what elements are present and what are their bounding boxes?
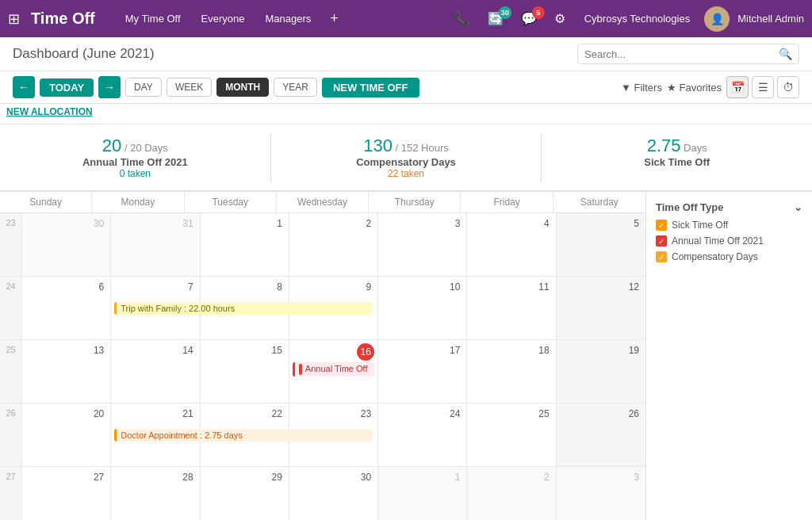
day-number: 30 <box>90 216 107 231</box>
activity-view-button[interactable]: ⏱ <box>777 76 799 98</box>
calendar-cell[interactable]: 31 <box>111 213 200 277</box>
day-number: 13 <box>90 343 107 358</box>
nav-everyone[interactable]: Everyone <box>195 13 251 25</box>
week-num-26: 26 <box>0 403 21 467</box>
new-time-off-button[interactable]: NEW TIME OFF <box>322 78 419 98</box>
collapse-icon[interactable]: ⌄ <box>794 201 802 213</box>
filters-button[interactable]: ▼ Filters <box>621 82 662 94</box>
day-number: 5 <box>630 216 642 231</box>
favorites-button[interactable]: ★ Favorites <box>667 82 722 94</box>
calendar-cell[interactable]: 2 <box>467 467 556 520</box>
calendar-cell[interactable]: 20 <box>22 403 111 467</box>
day-number: 6 <box>96 280 108 294</box>
stat-main-compensatory: 130 / 152 Hours <box>287 136 526 156</box>
event-bar[interactable]: Annual Time Off <box>293 362 374 377</box>
calendar-cell[interactable]: 5 <box>557 213 645 277</box>
calendar-cell[interactable]: 14 <box>111 340 200 403</box>
day-number: 4 <box>541 216 553 231</box>
company-name: Cybrosys Technologies <box>584 13 690 25</box>
view-month-button[interactable]: MONTH <box>216 78 269 97</box>
header-sun: Sunday <box>0 192 92 212</box>
list-view-button[interactable]: ☰ <box>752 76 774 98</box>
week-num-24: 24 <box>0 277 21 340</box>
calendar-view-button[interactable]: 📅 <box>726 76 749 98</box>
avatar[interactable]: 👤 <box>704 6 730 32</box>
time-off-type-section: Time Off Type ⌄ <box>656 201 802 213</box>
calendar-body: 23 24 25 26 27 28 30311234567Trip with F… <box>0 213 645 520</box>
calendar-cell[interactable]: 6 <box>22 277 111 340</box>
calendar-cell[interactable]: 17 <box>378 340 467 403</box>
legend-check-compensatory[interactable]: ✓ <box>656 251 667 262</box>
day-number: 3 <box>452 216 464 231</box>
calendar-cell[interactable]: 26 <box>557 403 645 467</box>
chat-badge: 5 <box>532 6 545 19</box>
next-button[interactable]: → <box>98 76 121 98</box>
prev-button[interactable]: ← <box>13 76 35 98</box>
day-number: 26 <box>626 407 642 421</box>
calendar-cell[interactable]: 1 <box>378 467 467 520</box>
calendar-cell[interactable]: 3 <box>378 213 467 277</box>
messages-badge: 30 <box>499 6 511 19</box>
calendar-cell[interactable]: 10 <box>378 277 467 340</box>
calendar-header: Sunday Monday Tuesday Wednesday Thursday… <box>0 192 645 213</box>
day-number: 12 <box>626 280 642 294</box>
calendar-cell[interactable]: 13 <box>22 340 111 403</box>
calendar-cell[interactable]: 28 <box>111 467 200 520</box>
calendar-cell[interactable]: 18 <box>467 340 556 403</box>
event-bar[interactable]: Trip with Family : 22.00 hours <box>114 302 373 315</box>
nav-my-time-off[interactable]: My Time Off <box>119 13 187 25</box>
calendar-cell[interactable]: 29 <box>201 467 289 520</box>
username: Mitchell Admin <box>737 13 804 25</box>
day-number: 11 <box>535 280 552 294</box>
calendar-cell[interactable]: 11 <box>467 277 556 340</box>
calendar-cell[interactable]: 25 <box>467 403 556 467</box>
topnav: ⊞ Time Off My Time Off Everyone Managers… <box>0 0 812 37</box>
day-number: 29 <box>268 470 285 484</box>
add-menu-icon[interactable]: + <box>325 10 343 27</box>
search-icon: 🔍 <box>779 48 792 60</box>
subheader: Dashboard (June 2021) 🔍 <box>0 37 812 71</box>
search-input[interactable] <box>584 48 779 60</box>
search-bar: 🔍 <box>577 44 799 64</box>
grid-icon[interactable]: ⊞ <box>8 10 20 28</box>
calendar-cell[interactable]: 30 <box>22 213 111 277</box>
new-allocation-button[interactable]: NEW ALLOCATION <box>6 106 93 117</box>
phone-icon[interactable]: 📞 <box>450 11 475 26</box>
legend-label-compensatory: Compensatory Days <box>672 251 758 262</box>
today-button[interactable]: TODAY <box>40 78 94 97</box>
day-number: 17 <box>446 343 463 358</box>
legend-check-annual[interactable]: ✓ <box>656 235 667 247</box>
app-title: Time Off <box>31 10 95 28</box>
chat-icon[interactable]: 💬 5 <box>516 11 542 26</box>
view-year-button[interactable]: YEAR <box>274 78 317 97</box>
event-bar[interactable]: Doctor Appointment : 2.75 days <box>114 429 373 442</box>
calendar-cell[interactable]: 19 <box>557 340 645 403</box>
week-num-23: 23 <box>0 213 21 277</box>
legend-check-sick[interactable]: ✓ <box>656 220 667 231</box>
calendar-cell[interactable]: 24 <box>378 403 467 467</box>
calendar-cell[interactable]: 15 <box>201 340 289 403</box>
calendar-cell[interactable]: 2 <box>289 213 378 277</box>
calendar-cell[interactable]: 27 <box>22 467 111 520</box>
day-number: 9 <box>362 280 374 294</box>
day-number: 19 <box>626 343 642 358</box>
calendar-cell[interactable]: 21Doctor Appointment : 2.75 days <box>111 403 200 467</box>
calendar-cell[interactable]: 30 <box>289 467 378 520</box>
view-week-button[interactable]: WEEK <box>167 78 212 97</box>
stat-compensatory: 130 / 152 Hours Compensatory Days 22 tak… <box>271 132 542 182</box>
nav-managers[interactable]: Managers <box>259 13 318 25</box>
view-day-button[interactable]: DAY <box>125 78 162 97</box>
calendar-cell[interactable]: 3 <box>557 467 645 520</box>
toolbar: ← TODAY → DAY WEEK MONTH YEAR NEW TIME O… <box>0 71 812 104</box>
calendar-cell[interactable]: 16Annual Time Off <box>289 340 378 403</box>
calendar-cell[interactable]: 1 <box>201 213 289 277</box>
day-number: 31 <box>179 216 196 231</box>
day-number: 20 <box>90 407 107 421</box>
calendar-cell[interactable]: 12 <box>557 277 645 340</box>
calendar-cell[interactable]: 7Trip with Family : 22.00 hours <box>111 277 200 340</box>
stat-annual: 20 / 20 Days Annual Time Off 2021 0 take… <box>0 132 271 182</box>
legend-compensatory: ✓ Compensatory Days <box>656 251 802 262</box>
settings-icon[interactable]: ⚙ <box>550 11 570 26</box>
messages-icon[interactable]: 🔄 30 <box>483 11 508 26</box>
calendar-cell[interactable]: 4 <box>467 213 556 277</box>
